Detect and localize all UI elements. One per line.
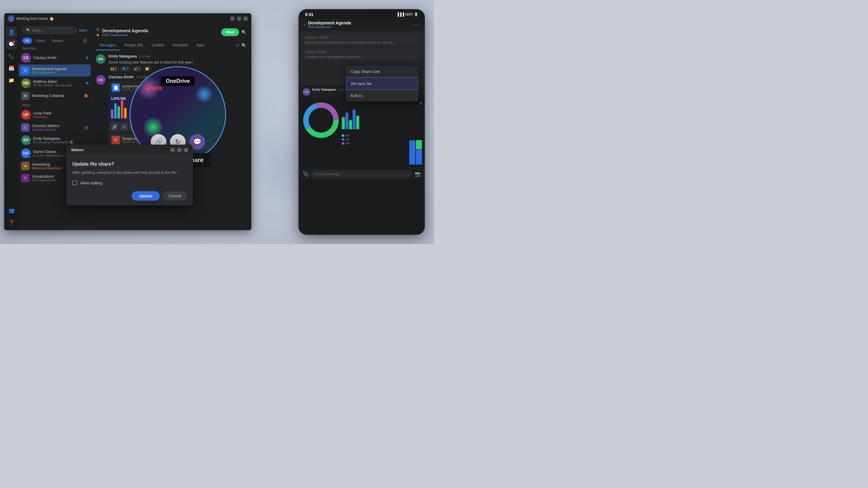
marketing-info: Marketing Collateral [32, 94, 82, 98]
sync-icon[interactable]: ↺ [236, 43, 239, 48]
tab-apps[interactable]: Apps [193, 41, 208, 50]
allow-editing-checkbox[interactable] [72, 181, 77, 185]
bar-chart-phone [342, 106, 422, 130]
context-edit-in[interactable]: Edit in... [346, 90, 418, 101]
phone-camera-icon[interactable]: 📷 [415, 171, 421, 177]
connect-label[interactable]: Meet [79, 28, 87, 33]
file-share-btn[interactable]: ↻ [121, 123, 128, 130]
search-bar[interactable]: 🔍 Reply... [22, 27, 77, 34]
sidebar-item-matthew[interactable]: MB Matthew Baker Do Not Disturb • Out fo… [19, 76, 91, 90]
stack-bar-2a [416, 140, 422, 149]
battery-icon: 🔋 [414, 12, 418, 17]
dialog-min-btn[interactable]: — [170, 148, 175, 152]
dialog-title-bar: Webex — □ ✕ [66, 144, 193, 156]
doc-file-icon: 📄 [112, 84, 120, 92]
emily-msg-time: 8:20 AM [139, 55, 150, 58]
nav-back-btn[interactable]: ‹ [230, 17, 235, 21]
update-btn[interactable]: Update [132, 191, 159, 201]
emily-msg-avatar: EN [96, 54, 105, 64]
matthew-info: Matthew Baker Do Not Disturb • Out for w… [33, 79, 84, 87]
mobile-phone: 9:41 ▐▐▐ WiFi 🔋 ‹ Development Agenda ENG… [299, 9, 425, 235]
file-size: 24 KB [122, 88, 130, 91]
matthew-unread [86, 82, 88, 84]
dialog-actions: Update Cancel [72, 191, 187, 201]
dialog-body: Update file share? After updating, every… [66, 156, 193, 205]
rail-files-icon[interactable]: 📁 [6, 75, 17, 86]
rail-home-icon[interactable]: 👤 [6, 27, 17, 37]
phone-input[interactable]: Send a message [311, 170, 412, 177]
stack-bar-2b [416, 150, 422, 164]
nav-forward-btn[interactable]: › [237, 17, 241, 21]
umar-avatar: UP [21, 110, 31, 120]
tab-content[interactable]: Content [148, 41, 168, 50]
gear-icon[interactable]: ⚙ [96, 27, 100, 32]
sidebar-header: 🔍 Reply... Meet [19, 24, 91, 36]
phone-back-btn[interactable]: ‹ [304, 22, 306, 28]
dev-agenda-sub: ENG Deployment [32, 71, 88, 74]
meet-button[interactable]: Meet [221, 28, 239, 36]
common-sub: Usability research [32, 128, 82, 131]
filter-icon[interactable]: ☰ [83, 38, 87, 43]
common-icon: C [21, 123, 30, 132]
sidebar-item-common[interactable]: C Common Metrics Usability research @ [19, 121, 91, 133]
bar-p1 [342, 117, 345, 129]
emily-avatar: EN [21, 135, 31, 145]
preview-bars [111, 100, 127, 119]
phone-more-btn[interactable]: ⋯ [414, 22, 420, 28]
sidebar-item-dev-agenda[interactable]: D Development Agenda ENG Deployment [19, 64, 91, 76]
clarissa-name: Clarissa Smith [33, 56, 84, 60]
file-link-btn[interactable]: 🔗 [111, 123, 118, 130]
tab-messages[interactable]: Messages [96, 41, 120, 50]
msg-bg-text: There up all of it and will be much on i… [305, 41, 418, 45]
reaction-1[interactable]: 🙌 1 [108, 66, 119, 71]
matthew-name: Matthew Baker [33, 79, 84, 84]
star-icon[interactable]: ★ [96, 33, 100, 37]
darren-avatar: DO [21, 149, 31, 158]
rail-messages-icon[interactable]: 💬 [6, 38, 17, 50]
sidebar-item-umar[interactable]: UP Umar Patel Presenting [19, 108, 91, 121]
tab-spaces[interactable]: Spaces [49, 38, 66, 44]
cancel-btn[interactable]: Cancel [163, 191, 187, 201]
donut-svg-1 [301, 101, 341, 140]
rail-calls-icon[interactable]: 📞 [6, 51, 17, 61]
rail-help-icon[interactable]: ❓ [6, 217, 17, 228]
emily-msg-name: Emily Nakagawa [108, 54, 137, 59]
phone-chat-sub: ENG deployment [308, 25, 412, 29]
add-window-btn[interactable]: + [244, 17, 248, 21]
a-label: A [420, 102, 422, 105]
sidebar-item-marketing[interactable]: M Marketing Collateral 🔕 [19, 90, 91, 102]
tab-direct[interactable]: Direct [33, 38, 48, 44]
zoom-number: ▲13,059 [143, 85, 163, 91]
clarissa-info: Clarissa Smith [33, 56, 84, 60]
matthew-sub: Do Not Disturb • Out for walk [33, 84, 84, 87]
legend-mz: MZ [342, 134, 422, 137]
home-icon: 🏠 [50, 17, 54, 21]
header-search-icon[interactable]: 🔍 [241, 30, 247, 35]
allow-editing-label: Allow editing [80, 181, 102, 185]
context-menu: Copy Share Link Re-sync file Edit in... [346, 66, 418, 101]
phone-emily-content: Emily Nakagawa 8:45 AM [312, 88, 348, 91]
phone-input-placeholder: Send a message [315, 172, 340, 175]
context-resync[interactable]: Re-sync file [346, 77, 418, 90]
tab-all[interactable]: All [22, 38, 32, 44]
title-bar-controls: ‹ › + [230, 17, 248, 21]
reaction-2[interactable]: 💙 2 [120, 66, 130, 71]
tab-people[interactable]: People (30) [121, 41, 147, 50]
search-chat-icon[interactable]: 🔍 [241, 43, 247, 48]
bar-3 [118, 106, 120, 119]
rail-calendar-icon[interactable]: 📅 [6, 63, 17, 73]
legend-label-cd: CD [345, 138, 349, 141]
rail-teams-icon[interactable]: 👥 [6, 205, 17, 216]
dialog-close-btn[interactable]: ✕ [184, 148, 188, 152]
clarissa-unread [86, 57, 88, 59]
icon-rail: 👤 💬 📞 📅 📁 👥 ❓ [4, 24, 19, 230]
tab-schedule[interactable]: Schedule [169, 41, 191, 50]
phone-attach-icon[interactable]: 📎 [303, 171, 309, 177]
dev-agenda-icon: D [21, 66, 30, 75]
emily-name: Emily Nakagawa [33, 136, 88, 141]
dev-agenda-info: Development Agenda ENG Deployment [32, 67, 88, 74]
dialog-max-btn[interactable]: □ [177, 148, 181, 152]
sidebar-item-clarissa[interactable]: CS Clarissa Smith [19, 51, 91, 64]
context-copy-link[interactable]: Copy Share Link [346, 66, 418, 77]
legend-label-or: OR [345, 142, 350, 145]
